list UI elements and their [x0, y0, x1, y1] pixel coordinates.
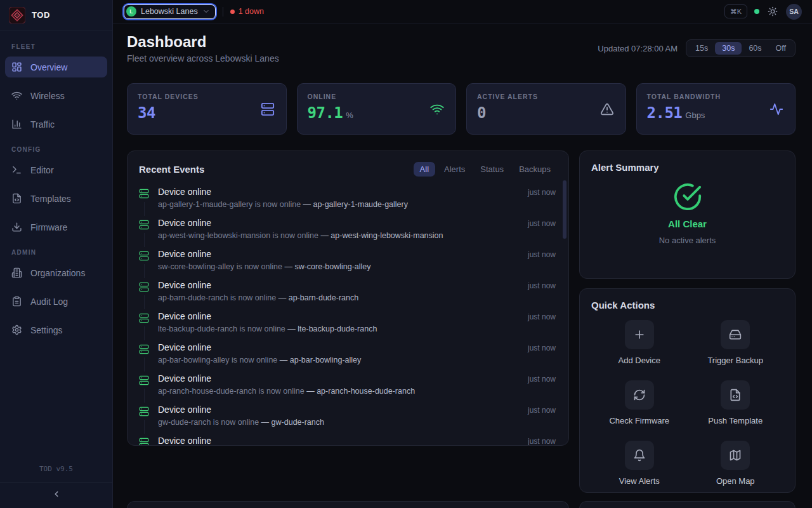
alert-summary-panel: Alert Summary All Clear No active alerts — [579, 150, 796, 279]
sidebar-item-templates[interactable]: Templates — [5, 188, 107, 209]
event-row: Device onlineap-west-wing-lebowski-mansi… — [139, 214, 556, 245]
refresh-option-60s[interactable]: 60s — [742, 42, 768, 55]
stat-label: TOTAL BANDWIDTH — [647, 93, 785, 100]
event-title: Device online — [158, 342, 520, 353]
quick-action-open-map[interactable]: Open Map — [688, 441, 784, 486]
events-tab-backups[interactable]: Backups — [513, 162, 557, 177]
event-title: Device online — [158, 218, 520, 229]
event-row: Device onlineap-barn-dude-ranch is now o… — [139, 276, 556, 307]
event-title: Device online — [158, 373, 520, 384]
quick-action-trigger-backup[interactable]: Trigger Backup — [688, 320, 784, 365]
recent-events-title: Recent Events — [139, 164, 204, 175]
recent-events-panel: Recent Events AllAlertsStatusBackups Dev… — [127, 150, 569, 446]
sun-icon — [768, 6, 778, 17]
event-time: just now — [528, 436, 556, 446]
app-logo-icon — [9, 7, 25, 23]
event-description: ap-west-wing-lebowski-mansion is now onl… — [158, 231, 520, 241]
sidebar-item-firmware[interactable]: Firmware — [5, 217, 107, 237]
sidebar-item-settings[interactable]: Settings — [5, 319, 107, 340]
page-content: Dashboard Fleet overview across Lebowski… — [113, 23, 812, 508]
event-title: Device online — [158, 436, 520, 446]
page-header: Dashboard Fleet overview across Lebowski… — [127, 34, 796, 64]
event-title: Device online — [158, 404, 520, 415]
stat-unit: % — [346, 110, 353, 120]
sidebar-collapse-button[interactable] — [47, 488, 66, 502]
server-icon — [139, 311, 150, 334]
event-row: Device onlineap-gallery-1-maude-gallery … — [139, 183, 556, 214]
event-description: ap-barn-dude-ranch is now online — ap-ba… — [158, 293, 520, 303]
events-tab-status[interactable]: Status — [474, 162, 510, 177]
sidebar-item-wireless[interactable]: Wireless — [5, 85, 107, 106]
sidebar-item-label: Firmware — [30, 222, 67, 232]
map-icon — [721, 441, 750, 470]
stat-value: 34 — [138, 104, 155, 122]
event-row: Device onlineap-bar-bowling-alley is now… — [139, 338, 556, 370]
updated-timestamp: Updated 07:28:00 AM — [598, 44, 678, 53]
stat-label: ACTIVE ALERTS — [477, 93, 615, 100]
event-row: Device onlinesw-core-bowling-alley is no… — [139, 245, 556, 276]
brand-name: TOD — [32, 10, 50, 20]
event-description: sw-core-bowling-alley is now online — sw… — [158, 262, 520, 272]
quick-actions-panel: Quick Actions Add DeviceTrigger BackupCh… — [579, 288, 796, 493]
org-avatar: L — [126, 6, 136, 17]
stat-value: 0 — [477, 104, 486, 122]
sidebar-item-label: Wireless — [30, 91, 65, 101]
quick-action-add-device[interactable]: Add Device — [591, 320, 688, 365]
server-icon — [139, 373, 150, 396]
clipboard-icon — [11, 296, 22, 307]
activity-icon — [769, 102, 783, 116]
page-subtitle: Fleet overview across Lebowski Lanes — [127, 53, 279, 64]
sidebar-item-label: Templates — [30, 194, 71, 204]
sidebar-item-organizations[interactable]: Organizations — [5, 262, 107, 283]
file-code-icon — [11, 193, 22, 204]
app-root: TOD FLEETOverviewWirelessTrafficCONFIGEd… — [0, 0, 812, 508]
server-icon — [139, 404, 150, 427]
sidebar-item-label: Organizations — [30, 268, 85, 278]
event-time: just now — [528, 249, 556, 272]
events-tab-all[interactable]: All — [414, 162, 435, 177]
refresh-option-off[interactable]: Off — [769, 42, 793, 55]
nav-section-label-admin: ADMIN — [5, 249, 107, 256]
quick-action-view-alerts[interactable]: View Alerts — [591, 441, 688, 486]
event-time: just now — [528, 280, 556, 303]
events-scrollbar[interactable] — [563, 180, 566, 239]
sidebar: TOD FLEETOverviewWirelessTrafficCONFIGEd… — [0, 0, 113, 508]
down-status: 1 down — [230, 7, 264, 16]
theme-toggle-button[interactable] — [766, 5, 779, 18]
wifi-icon — [430, 102, 444, 116]
command-palette-button[interactable]: ⌘K — [724, 4, 747, 18]
org-selector[interactable]: L Lebowski Lanes — [124, 4, 216, 19]
quick-action-push-template[interactable]: Push Template — [688, 380, 784, 425]
sidebar-nav: FLEETOverviewWirelessTrafficCONFIGEditor… — [0, 30, 112, 458]
stat-cards-row: TOTAL DEVICES34ONLINE97.1%ACTIVE ALERTS0… — [127, 83, 796, 135]
server-icon — [139, 249, 150, 272]
sidebar-item-overview[interactable]: Overview — [5, 57, 107, 77]
event-title: Device online — [158, 249, 520, 260]
plus-icon — [625, 320, 654, 349]
stat-label: ONLINE — [308, 93, 446, 100]
refresh-option-30s[interactable]: 30s — [715, 42, 742, 55]
bell-icon — [625, 441, 654, 470]
sidebar-item-editor[interactable]: Editor — [5, 159, 107, 180]
event-time: just now — [528, 404, 556, 427]
sidebar-item-audit-log[interactable]: Audit Log — [5, 291, 107, 312]
server-icon — [261, 102, 275, 116]
page-title: Dashboard — [127, 34, 279, 50]
event-title: Device online — [158, 280, 520, 291]
user-avatar[interactable]: SA — [786, 4, 802, 20]
event-row: Device onlineap-ranch-house-dude-ranch i… — [139, 370, 556, 401]
gear-icon — [11, 324, 22, 335]
quick-action-label: Check Firmware — [609, 416, 669, 425]
stat-card-active-alerts: ACTIVE ALERTS0 — [466, 83, 626, 135]
quick-action-check-firmware[interactable]: Check Firmware — [591, 380, 688, 425]
server-icon — [139, 280, 150, 303]
quick-action-label: View Alerts — [619, 476, 660, 486]
sidebar-item-label: Audit Log — [30, 297, 68, 307]
sidebar-item-traffic[interactable]: Traffic — [5, 114, 107, 135]
quick-action-label: Trigger Backup — [707, 356, 763, 365]
building-icon — [11, 267, 22, 278]
sidebar-item-label: Settings — [30, 325, 63, 335]
events-tab-alerts[interactable]: Alerts — [438, 162, 471, 177]
all-clear-status: All Clear — [668, 218, 707, 229]
refresh-option-15s[interactable]: 15s — [688, 42, 715, 55]
